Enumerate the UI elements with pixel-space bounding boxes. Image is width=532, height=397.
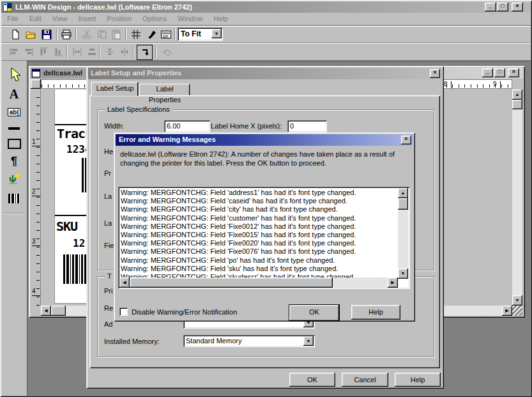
compress-vertical-button[interactable] bbox=[102, 45, 117, 59]
warning-item[interactable]: Warning: MERGFONTCHG: Field 'city' has h… bbox=[121, 205, 386, 214]
added-memory-label-partial: Ad bbox=[104, 320, 112, 328]
tab-label-properties[interactable]: Label Properties bbox=[139, 84, 190, 95]
warning-item[interactable]: Warning: MERGFONTCHG: Field 'sku' has ha… bbox=[121, 265, 386, 273]
open-button[interactable] bbox=[23, 27, 38, 42]
ruler-origin-button[interactable] bbox=[31, 79, 41, 89]
hscroll-thumb[interactable] bbox=[51, 306, 66, 316]
image-tool-button[interactable] bbox=[1, 170, 27, 188]
vscroll-thumb[interactable] bbox=[512, 100, 522, 109]
warning-item[interactable]: Warning: MERGFONTCHG: Field 'Fixe0012' h… bbox=[121, 222, 386, 231]
menu-insert[interactable]: Insert bbox=[74, 13, 101, 24]
text-tool-button[interactable]: A bbox=[1, 85, 27, 103]
tab-label-setup[interactable]: Label Setup bbox=[91, 82, 139, 96]
menu-position[interactable]: Position bbox=[102, 13, 136, 24]
installed-memory-dropdown-icon[interactable]: ▼ bbox=[303, 336, 314, 346]
field-tool-button[interactable]: ab| bbox=[1, 103, 27, 121]
odp-icon: ODP bbox=[161, 29, 171, 40]
copy-button[interactable] bbox=[95, 27, 109, 42]
print-button[interactable] bbox=[59, 27, 73, 42]
odp-button[interactable]: ODP bbox=[158, 27, 173, 42]
document-maximize-button[interactable]: □ bbox=[494, 68, 505, 77]
paste-button[interactable] bbox=[109, 27, 123, 42]
pen-button[interactable] bbox=[144, 27, 158, 42]
document-minimize-button[interactable]: _ bbox=[482, 68, 493, 77]
zoom-dropdown-button[interactable]: ▼ bbox=[211, 29, 222, 38]
warnings-list: Warning: MERGFONTCHG: Field 'address1' h… bbox=[121, 189, 386, 279]
warnings-scroll-left-icon[interactable]: ◀ bbox=[119, 277, 130, 288]
document-close-button[interactable]: × bbox=[508, 68, 519, 77]
scroll-down-icon[interactable]: ▼ bbox=[512, 295, 522, 306]
error-help-button[interactable]: Help bbox=[351, 305, 400, 320]
align-top-button[interactable] bbox=[36, 45, 50, 59]
setup-dialog-title-bar[interactable]: Label Setup and Properties × bbox=[88, 68, 442, 79]
scroll-up-icon[interactable]: ▲ bbox=[512, 90, 522, 100]
warning-item[interactable]: Warning: MERGFONTCHG: Field 'caseid' has… bbox=[121, 197, 386, 205]
warning-item[interactable]: Warning: MERGFONTCHG: Field 'customer' h… bbox=[121, 214, 386, 222]
error-ok-button[interactable]: OK bbox=[289, 304, 340, 322]
setup-help-button[interactable]: Help bbox=[395, 373, 441, 387]
center-vertical-button[interactable] bbox=[84, 45, 99, 59]
width-input[interactable]: 6.00 bbox=[164, 120, 210, 132]
menu-view[interactable]: View bbox=[48, 13, 72, 24]
warnings-vscrollbar[interactable]: ▲ ▼ bbox=[398, 188, 408, 279]
rotate-button[interactable] bbox=[137, 45, 153, 60]
save-button[interactable] bbox=[39, 27, 54, 42]
pointer-tool-button[interactable] bbox=[1, 66, 27, 84]
new-button[interactable] bbox=[8, 27, 22, 42]
warning-item[interactable]: Warning: MERGFONTCHG: Field 'Fixe0076' h… bbox=[121, 247, 386, 256]
minimize-button[interactable]: _ bbox=[485, 3, 496, 12]
v-ruler-number-3: 3 bbox=[32, 238, 36, 245]
tool-palette: A ab| ¶ bbox=[1, 61, 27, 396]
scroll-left-icon[interactable]: ◀ bbox=[41, 306, 51, 316]
menu-options[interactable]: Options bbox=[138, 13, 171, 24]
label-text-sku-number[interactable]: 12 bbox=[73, 237, 85, 249]
menu-edit[interactable]: Edit bbox=[25, 13, 46, 24]
menu-file[interactable]: File bbox=[3, 13, 23, 24]
paragraph-tool-button[interactable]: ¶ bbox=[1, 152, 27, 170]
close-button[interactable]: × bbox=[512, 3, 523, 12]
scroll-right-icon[interactable]: ▶ bbox=[502, 306, 512, 316]
warnings-scroll-right-icon[interactable]: ▶ bbox=[388, 277, 398, 288]
v-ruler-number-1: 1 bbox=[32, 138, 36, 145]
setup-ok-button[interactable]: OK bbox=[289, 373, 335, 387]
resize-grip[interactable] bbox=[512, 306, 522, 316]
warnings-listbox[interactable]: Warning: MERGFONTCHG: Field 'address1' h… bbox=[118, 187, 410, 289]
warning-item[interactable]: Warning: MERGFONTCHG: Field 'po' has had… bbox=[121, 256, 386, 265]
error-dialog-title-bar[interactable]: Error and Warning Messages × bbox=[116, 134, 413, 146]
setup-dialog-close-icon[interactable]: × bbox=[430, 69, 440, 78]
menu-window[interactable]: Window bbox=[173, 13, 207, 24]
align-right-icon bbox=[24, 47, 34, 57]
warnings-scroll-up-icon[interactable]: ▲ bbox=[398, 188, 408, 198]
installed-memory-combobox[interactable]: Standard Memory ▼ bbox=[183, 335, 315, 347]
warning-item[interactable]: Warning: MERGFONTCHG: Field 'Fixe0020' h… bbox=[121, 239, 386, 247]
v-ruler-number-4: 4 bbox=[32, 288, 36, 295]
undo-button[interactable] bbox=[159, 45, 174, 59]
grid-button[interactable] bbox=[128, 27, 143, 42]
warnings-hscrollbar[interactable]: ◀ ▶ bbox=[119, 277, 398, 288]
maximize-button[interactable]: □ bbox=[497, 3, 508, 12]
vertical-ruler: 1 2 3 4 bbox=[31, 90, 41, 306]
box-tool-button[interactable] bbox=[1, 135, 27, 153]
align-bottom-icon bbox=[53, 47, 63, 57]
menu-help[interactable]: Help bbox=[209, 13, 233, 24]
align-left-button[interactable] bbox=[6, 45, 21, 59]
warning-item[interactable]: Warning: MERGFONTCHG: Field 'Fixe0015' h… bbox=[121, 231, 386, 239]
main-title-bar[interactable]: LLM-WIN Design - dellcase.lwl (Loftware … bbox=[1, 1, 531, 13]
cut-button[interactable] bbox=[79, 27, 94, 42]
warnings-hscroll-thumb[interactable] bbox=[130, 277, 333, 288]
label-home-x-input[interactable]: 0 bbox=[287, 120, 327, 132]
align-bottom-button[interactable] bbox=[50, 45, 65, 59]
error-dialog-close-icon[interactable]: × bbox=[401, 136, 411, 144]
barcode-tool-button[interactable] bbox=[1, 189, 27, 207]
warning-item[interactable]: Warning: MERGFONTCHG: Field 'address1' h… bbox=[121, 189, 386, 197]
document-vscrollbar[interactable]: ▲ ▼ bbox=[512, 90, 522, 306]
save-icon bbox=[42, 29, 52, 40]
disable-warnings-checkbox[interactable] bbox=[119, 307, 128, 316]
space-across-button[interactable] bbox=[70, 45, 84, 59]
warnings-vscroll-thumb[interactable] bbox=[398, 198, 408, 210]
align-right-button[interactable] bbox=[21, 45, 36, 59]
warnings-scroll-down-icon[interactable]: ▼ bbox=[398, 269, 408, 279]
zoom-combobox[interactable]: To Fit ▼ bbox=[178, 27, 223, 41]
setup-cancel-button[interactable]: Cancel bbox=[342, 373, 388, 387]
compress-horizontal-button[interactable] bbox=[117, 45, 132, 59]
